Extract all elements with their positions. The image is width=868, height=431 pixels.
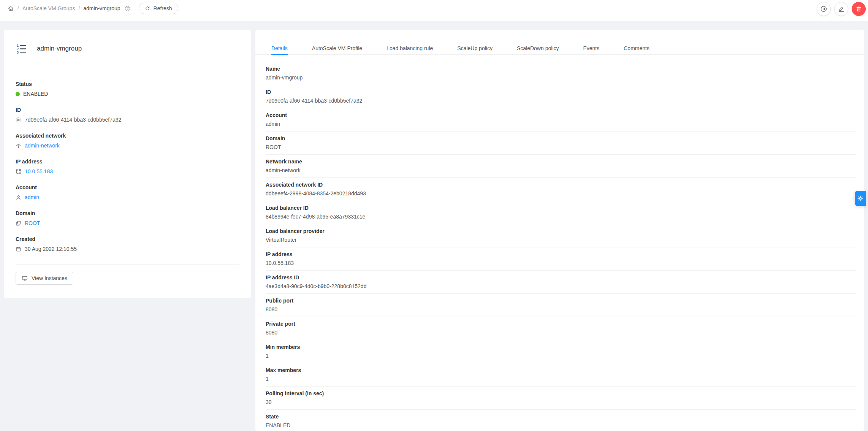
barcode-icon [16, 117, 21, 123]
resource-card-header: 123 admin-vmgroup [4, 30, 251, 68]
tab-comments[interactable]: Comments [624, 44, 649, 54]
detail-row-ip-address: IP address 10.0.55.183 [266, 247, 856, 271]
detail-row-domain: Domain ROOT [266, 132, 856, 155]
detail-row-polling-interval-in-sec: Polling interval (in sec) 30 [266, 387, 856, 410]
block-icon [16, 220, 21, 226]
summary-field-account: Account admin [4, 181, 251, 206]
breadcrumb: / AutoScale VM Groups / admin-vmgroup Re… [8, 3, 178, 14]
detail-row-load-balancer-provider: Load balancer provider VirtualRouter [266, 224, 856, 247]
tab-details[interactable]: Details [271, 44, 288, 55]
edit-icon [838, 5, 845, 13]
tab-scaleup-policy[interactable]: ScaleUp policy [457, 44, 493, 54]
detail-row-account: Account admin [266, 108, 856, 132]
question-circle-icon[interactable] [124, 5, 131, 12]
ordered-list-icon: 123 [16, 43, 27, 55]
settings-drawer-button[interactable] [855, 191, 866, 206]
resource-title: admin-vmgroup [37, 45, 82, 52]
tab-autoscale-vm-profile[interactable]: AutoScale VM Profile [312, 44, 362, 54]
detail-row-id: ID 7d09e0fa-af66-4114-bba3-cd0bb5ef7a32 [266, 85, 856, 108]
gear-icon [857, 195, 864, 202]
gateway-icon [16, 169, 21, 174]
detail-row-state: State ENABLED [266, 410, 856, 431]
desktop-icon [22, 275, 28, 281]
summary-field-id: ID 7d09e0fa-af66-4114-bba3-cd0bb5ef7a32 [4, 103, 251, 129]
tab-bar: Details AutoScale VM Profile Load balanc… [255, 30, 864, 55]
delete-vmgroup-button[interactable] [852, 2, 866, 16]
detail-row-private-port: Private port 8080 [266, 317, 856, 340]
resource-summary-card: 123 admin-vmgroup Status ENABLED ID 7d09… [4, 30, 251, 298]
detail-list: Name admin-vmgroup ID 7d09e0fa-af66-4114… [255, 55, 864, 431]
breadcrumb-separator: / [78, 5, 80, 11]
resource-card-footer: View Instances [4, 265, 251, 292]
refresh-button[interactable]: Refresh [139, 3, 178, 14]
pause-circle-icon [820, 5, 827, 13]
detail-row-public-port: Public port 8080 [266, 294, 856, 317]
tab-load-balancing-rule[interactable]: Load balancing rule [386, 44, 433, 54]
home-icon[interactable] [8, 5, 14, 12]
tab-events[interactable]: Events [583, 44, 599, 54]
delete-icon [855, 5, 862, 13]
breadcrumb-separator: / [17, 5, 19, 11]
header-actions [817, 2, 866, 16]
detail-row-min-members: Min members 1 [266, 340, 856, 363]
breadcrumb-current: admin-vmgroup [83, 5, 120, 11]
svg-text:3: 3 [17, 50, 19, 54]
summary-field-domain: Domain ROOT [4, 206, 251, 232]
summary-field-created: Created 30 Aug 2022 12:10:55 [4, 232, 251, 258]
calendar-icon [16, 246, 21, 252]
summary-field-ip-address: IP address 10.0.55.183 [4, 155, 251, 181]
refresh-label: Refresh [154, 5, 172, 11]
detail-row-max-members: Max members 1 [266, 363, 856, 387]
status-dot [16, 92, 20, 96]
breadcrumb-section-link[interactable]: AutoScale VM Groups [22, 5, 75, 11]
top-bar: / AutoScale VM Groups / admin-vmgroup Re… [0, 0, 868, 21]
summary-field-status: Status ENABLED [4, 77, 251, 103]
pause-vmgroup-button[interactable] [817, 2, 831, 16]
detail-row-name: Name admin-vmgroup [266, 62, 856, 85]
edit-vmgroup-button[interactable] [834, 2, 848, 16]
tab-scaledown-policy[interactable]: ScaleDown policy [517, 44, 559, 54]
detail-row-ip-address-id: IP address ID 4ae3d4a8-90c9-4d0c-b9b0-22… [266, 271, 856, 294]
user-icon [16, 195, 21, 200]
view-instances-label: View Instances [32, 275, 67, 281]
detail-card: Details AutoScale VM Profile Load balanc… [255, 30, 864, 431]
detail-row-load-balancer-id: Load balancer ID 84b8994e-fec7-4d98-ab95… [266, 201, 856, 224]
summary-field-associated-network: Associated network admin-network [4, 129, 251, 155]
resource-fields: Status ENABLED ID 7d09e0fa-af66-4114-bba… [4, 68, 251, 258]
reload-icon [145, 6, 150, 11]
detail-row-associated-network-id: Associated network ID ddbeeef4-2998-4084… [266, 178, 856, 201]
wifi-icon [16, 143, 21, 149]
detail-row-network-name: Network name admin-network [266, 155, 856, 178]
view-instances-button[interactable]: View Instances [16, 272, 73, 285]
